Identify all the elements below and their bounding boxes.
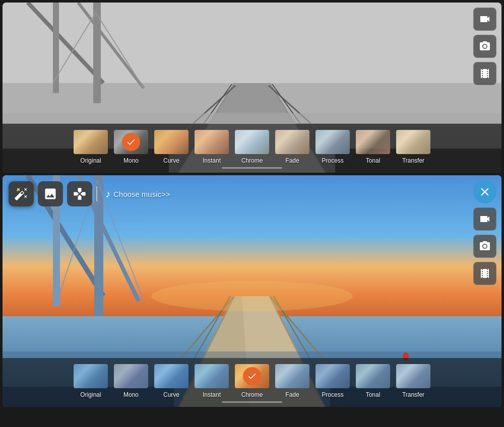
music-note-icon: ♪	[105, 188, 110, 200]
filter-process-bottom[interactable]: Process	[314, 363, 351, 398]
filter-label-fade-top: Fade	[285, 157, 299, 164]
filter-transfer-bottom[interactable]: Transfer	[395, 363, 431, 398]
filter-chrome-top[interactable]: Chrome	[234, 129, 270, 164]
filter-label-process-top: Process	[322, 157, 343, 164]
svg-rect-12	[93, 3, 101, 103]
filter-chrome-bottom[interactable]: Chrome	[234, 363, 270, 398]
filter-curve-bottom[interactable]: Curve	[153, 363, 190, 398]
filter-label-chrome-top: Chrome	[241, 157, 263, 164]
svg-point-35	[151, 281, 353, 311]
svg-rect-1	[3, 83, 501, 123]
filter-mono-bottom[interactable]: Mono	[113, 363, 149, 398]
svg-rect-13	[53, 3, 59, 93]
effects-tool-button[interactable]	[67, 181, 92, 206]
filter-label-original-bottom: Original	[80, 391, 101, 398]
filter-label-chrome-bottom: Chrome	[241, 391, 263, 398]
top-filter-row: Original Mono Curve	[3, 129, 501, 164]
music-section[interactable]: ♪ Choose music>>	[105, 188, 170, 200]
image-tool-button[interactable]	[38, 181, 63, 206]
filter-label-tonal-top: Tonal	[366, 157, 381, 164]
filter-process-top[interactable]: Process	[314, 129, 351, 164]
filter-label-instant-bottom: Instant	[203, 391, 221, 398]
wand-tool-button[interactable]	[9, 181, 34, 206]
bottom-panel: ♪ Choose music>> Origina	[3, 175, 501, 407]
filter-label-mono-top: Mono	[123, 157, 139, 164]
toolbar-divider	[96, 186, 97, 201]
filter-label-mono-bottom: Mono	[123, 391, 139, 398]
svg-line-14	[96, 13, 144, 88]
music-label: Choose music>>	[113, 190, 170, 198]
record-button-top[interactable]	[473, 62, 496, 85]
filter-original-top[interactable]: Original	[73, 129, 109, 164]
camera-button-bottom[interactable]	[473, 235, 496, 258]
filter-tonal-top[interactable]: Tonal	[355, 129, 391, 164]
filter-transfer-top[interactable]: Transfer	[395, 129, 431, 164]
filter-label-process-bottom: Process	[322, 391, 343, 398]
top-panel: Original Mono Curve	[3, 3, 501, 173]
filter-fade-top[interactable]: Fade	[274, 129, 310, 164]
filter-instant-top[interactable]: Instant	[194, 129, 230, 164]
filter-label-curve-top: Curve	[163, 157, 179, 164]
filter-curve-top[interactable]: Curve	[153, 129, 190, 164]
filter-mono-top[interactable]: Mono	[113, 129, 149, 164]
filter-original-bottom[interactable]: Original	[73, 363, 109, 398]
top-filter-strip: Original Mono Curve	[3, 124, 501, 173]
filter-tonal-bottom[interactable]: Tonal	[355, 363, 391, 398]
camera-button-top[interactable]	[473, 35, 496, 58]
svg-line-25	[174, 297, 233, 367]
checkmark-mono-top	[122, 133, 140, 151]
video-button-bottom[interactable]	[473, 207, 496, 231]
filter-label-transfer-top: Transfer	[402, 157, 424, 164]
filter-label-tonal-bottom: Tonal	[366, 391, 381, 398]
bottom-filter-strip: Original Mono Curve Instan	[3, 358, 501, 407]
filter-label-fade-bottom: Fade	[285, 391, 299, 398]
filter-label-curve-bottom: Curve	[163, 391, 179, 398]
filter-instant-bottom[interactable]: Instant	[194, 363, 230, 398]
filter-fade-bottom[interactable]: Fade	[274, 363, 310, 398]
top-right-buttons	[473, 8, 496, 85]
filter-label-original-top: Original	[80, 157, 101, 164]
filter-label-instant-top: Instant	[203, 157, 221, 164]
close-button[interactable]	[473, 180, 496, 203]
svg-line-15	[53, 13, 96, 83]
bottom-toolbar: ♪ Choose music>>	[9, 181, 170, 206]
bottom-scroll-indicator	[3, 401, 501, 403]
svg-rect-0	[3, 3, 501, 93]
svg-line-11	[78, 3, 144, 88]
top-scroll-indicator	[3, 167, 501, 169]
video-button-top[interactable]	[473, 8, 496, 31]
svg-line-10	[28, 3, 103, 83]
svg-line-27	[271, 297, 330, 367]
bottom-filter-row: Original Mono Curve Instan	[3, 363, 501, 398]
bottom-right-buttons	[473, 180, 496, 285]
checkmark-chrome-bottom	[243, 367, 261, 385]
record-button-bottom[interactable]	[473, 262, 496, 285]
filter-label-transfer-bottom: Transfer	[402, 391, 424, 398]
